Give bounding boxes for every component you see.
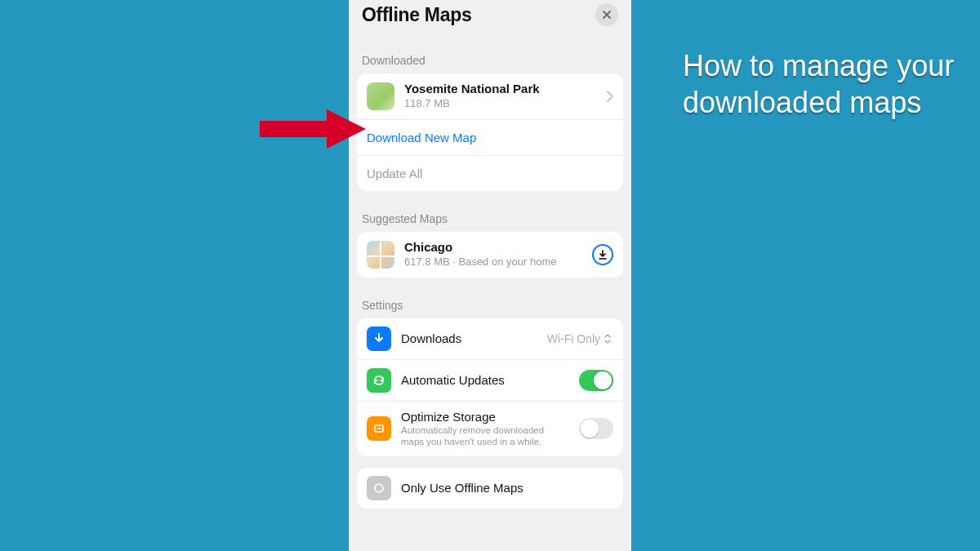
svg-point-1 [375,484,383,492]
setting-downloads-row[interactable]: Downloads Wi-Fi Only [357,318,623,359]
map-thumbnail-icon [367,241,394,269]
downloaded-map-row[interactable]: Yosemite National Park 118.7 MB [357,73,623,119]
close-icon [602,10,612,20]
refresh-icon [367,368,391,393]
tutorial-caption: How to manage your downloaded maps [683,47,960,121]
auto-updates-toggle[interactable] [579,370,613,391]
settings-card: Downloads Wi-Fi Only Automatic Updates [357,318,623,456]
suggested-card: Chicago 617.8 MB · Based on your home [357,232,623,278]
map-name: Yosemite National Park [404,82,602,96]
setting-desc: Automatically remove downloaded maps you… [401,424,556,448]
downloaded-card: Yosemite National Park 118.7 MB Download… [357,73,623,191]
map-info: Chicago 617.8 MB · Based on your home [404,240,586,269]
download-icon [598,250,608,260]
settings-card-2: Only Use Offline Maps [357,468,623,509]
update-all-label: Update All [367,167,422,180]
panel-header: Offline Maps [349,0,631,33]
map-sub: 617.8 MB · Based on your home [404,256,586,269]
page-title: Offline Maps [362,4,471,26]
updown-icon [604,333,612,344]
map-name: Chicago [404,240,586,255]
svg-marker-2 [260,109,366,149]
update-all-button[interactable]: Update All [357,155,623,191]
map-thumbnail-icon [367,82,394,110]
setting-info: Optimize Storage Automatically remove do… [401,410,579,448]
setting-label: Automatic Updates [401,373,505,387]
close-button[interactable] [595,3,618,26]
setting-offline-only-row: Only Use Offline Maps [357,468,623,509]
setting-value-text: Wi-Fi Only [547,332,600,345]
section-label-settings: Settings [362,299,618,312]
callout-arrow-icon [260,106,366,152]
optimize-storage-toggle[interactable] [579,418,613,439]
download-new-map-button[interactable]: Download New Map [357,119,623,155]
map-size: 118.7 MB [404,97,602,111]
storage-icon [367,416,391,441]
setting-auto-updates-row: Automatic Updates [357,359,623,401]
downloads-icon [367,327,391,351]
setting-label: Optimize Storage [401,410,579,424]
offline-maps-panel: Offline Maps Downloaded Yosemite Nationa… [349,0,631,551]
map-info: Yosemite National Park 118.7 MB [404,82,602,111]
setting-label: Downloads [401,331,461,345]
offline-icon [367,476,391,500]
setting-label: Only Use Offline Maps [401,481,523,495]
download-new-map-label: Download New Map [367,131,476,144]
setting-value: Wi-Fi Only [547,332,612,345]
section-label-suggested: Suggested Maps [362,212,618,225]
suggested-map-row[interactable]: Chicago 617.8 MB · Based on your home [357,232,623,278]
setting-optimize-row: Optimize Storage Automatically remove do… [357,401,623,456]
download-map-button[interactable] [592,244,613,265]
chevron-right-icon [607,91,613,102]
panel-content: Downloaded Yosemite National Park 118.7 … [349,33,631,517]
section-label-downloaded: Downloaded [362,54,618,67]
